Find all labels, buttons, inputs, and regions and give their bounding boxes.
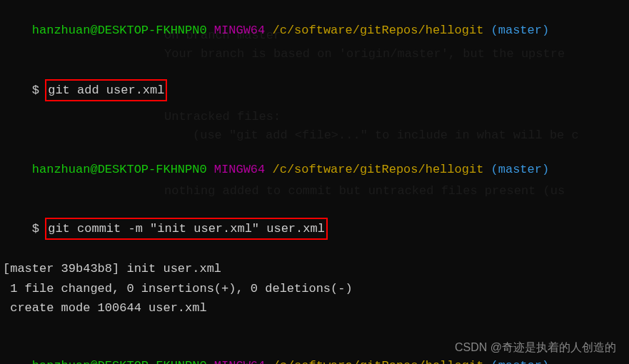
prompt-line-1[interactable]: hanzhuan@DESKTOP-FKHNPN0 MINGW64 /c/soft… (3, 1, 626, 60)
prompt-symbol: $ (32, 84, 46, 97)
prompt-path: /c/software/gitRepos/hellogit (272, 24, 483, 37)
prompt-path: /c/software/gitRepos/hellogit (272, 359, 483, 364)
command-line-1[interactable]: $ git add user.xml (3, 60, 626, 121)
blank-line (3, 318, 626, 337)
prompt-branch: (master) (491, 24, 550, 37)
output-line: 1 file changed, 0 insertions(+), 0 delet… (3, 279, 626, 298)
command-text: git commit -m "init user.xml" user.xml (48, 222, 325, 236)
prompt-symbol: $ (32, 222, 46, 236)
prompt-env: MINGW64 (214, 359, 265, 364)
output-line: [master 39b43b8] init user.xml (3, 259, 626, 278)
prompt-branch: (master) (491, 163, 550, 176)
prompt-path: /c/software/gitRepos/hellogit (272, 163, 483, 176)
prompt-env: MINGW64 (214, 163, 265, 176)
highlight-box: git add user.xml (45, 79, 167, 101)
prompt-line-2[interactable]: hanzhuan@DESKTOP-FKHNPN0 MINGW64 /c/soft… (3, 140, 626, 198)
prompt-branch: (master) (491, 359, 550, 364)
prompt-user: hanzhuan@DESKTOP-FKHNPN0 (32, 24, 207, 37)
prompt-user: hanzhuan@DESKTOP-FKHNPN0 (32, 359, 207, 364)
prompt-user: hanzhuan@DESKTOP-FKHNPN0 (32, 163, 207, 176)
blank-line (3, 121, 626, 140)
terminal-output: hanzhuan@DESKTOP-FKHNPN0 MINGW64 /c/soft… (3, 1, 626, 364)
watermark-text: CSDN @奇迹是执着的人创造的 (455, 338, 616, 357)
command-line-2[interactable]: $ git commit -m "init user.xml" user.xml (3, 198, 626, 260)
prompt-env: MINGW64 (214, 24, 265, 37)
highlight-box: git commit -m "init user.xml" user.xml (45, 218, 328, 240)
command-text: git add user.xml (48, 84, 164, 97)
output-line: create mode 100644 user.xml (3, 298, 626, 318)
